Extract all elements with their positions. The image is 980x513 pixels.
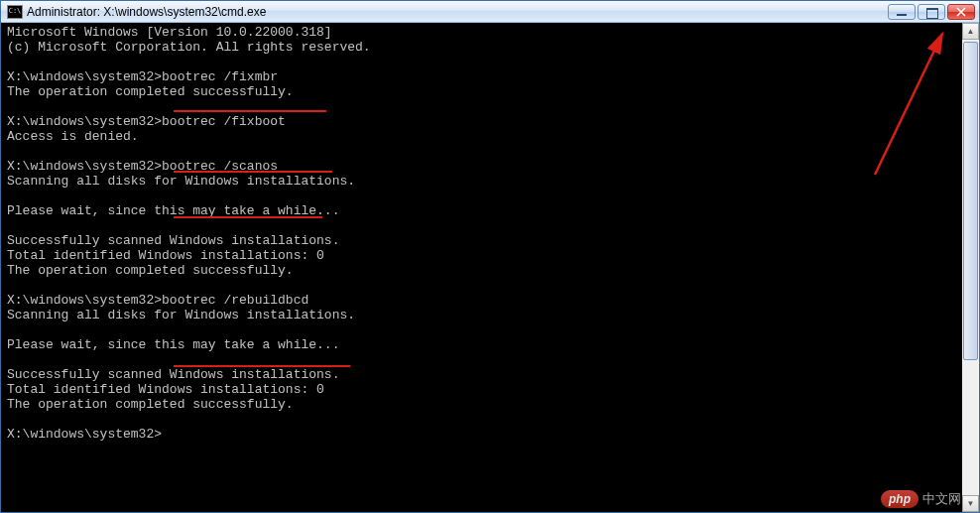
cmd-window: C:\ Administrator: X:\windows\system32\c…	[0, 0, 980, 513]
cmd-icon: C:\	[7, 5, 23, 19]
scroll-up-button[interactable]: ▲	[962, 23, 979, 40]
annotation-underline	[174, 216, 322, 218]
window-title: Administrator: X:\windows\system32\cmd.e…	[27, 5, 888, 19]
titlebar[interactable]: C:\ Administrator: X:\windows\system32\c…	[1, 1, 979, 23]
watermark-badge: php	[881, 490, 919, 508]
terminal-area: Microsoft Windows [Version 10.0.22000.31…	[1, 23, 979, 512]
watermark-text: 中文网	[922, 490, 961, 508]
minimize-button[interactable]	[888, 4, 916, 20]
scroll-track[interactable]	[962, 40, 979, 495]
maximize-button[interactable]	[918, 4, 945, 20]
terminal-output[interactable]: Microsoft Windows [Version 10.0.22000.31…	[1, 23, 962, 512]
scrollbar[interactable]: ▲ ▼	[962, 23, 979, 512]
scroll-down-button[interactable]: ▼	[962, 495, 979, 512]
annotation-underline	[174, 171, 332, 173]
annotation-underline	[174, 365, 350, 367]
window-controls	[888, 4, 975, 20]
close-icon	[956, 7, 966, 17]
close-button[interactable]	[947, 4, 975, 20]
annotation-underline	[174, 110, 326, 112]
scroll-thumb[interactable]	[963, 42, 978, 360]
watermark: php 中文网	[881, 490, 961, 508]
